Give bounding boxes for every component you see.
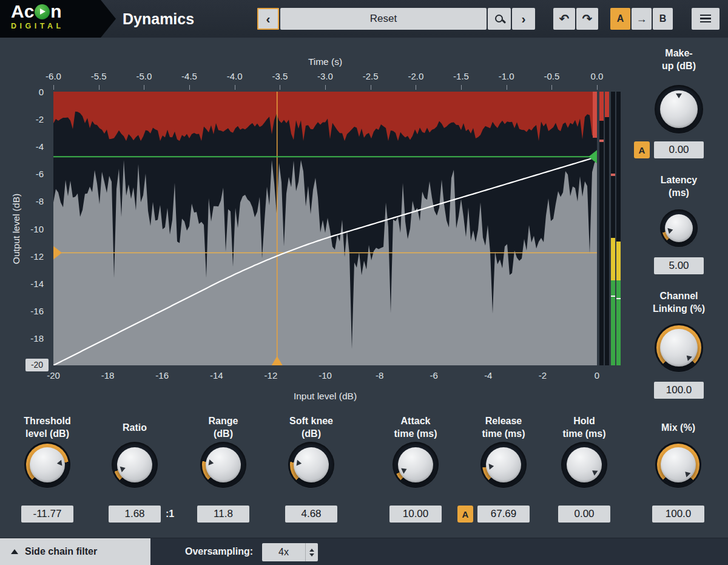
value-attack[interactable]: 10.00 (389, 506, 442, 523)
output-tick-label: -4 (36, 141, 44, 152)
time-tick-label: -2.0 (408, 71, 423, 81)
knob-softknee[interactable] (288, 442, 334, 488)
side-chain-filter-button[interactable]: Side chain filter (0, 538, 150, 565)
value-latency[interactable]: 5.00 (654, 257, 704, 274)
output-tick-label: -14 (30, 278, 44, 288)
value-row-release: A67.69 (477, 506, 530, 523)
preset-next-button[interactable]: › (512, 8, 535, 30)
value-release[interactable]: 67.69 (477, 506, 530, 523)
time-tick-mark (461, 85, 462, 90)
input-tick-label: 0 (595, 370, 599, 381)
time-axis-title: Time (s) (308, 56, 342, 67)
gain-reduction-waveform (53, 92, 597, 141)
value-row-linking: 100.0 (654, 382, 704, 399)
time-tick-mark (235, 85, 235, 90)
unit-suffix-ratio: :1 (166, 506, 174, 523)
time-tick-mark (144, 85, 144, 90)
value-hold[interactable]: 0.00 (558, 506, 610, 523)
param-label-mix: Mix (%) (661, 413, 695, 442)
output-level-handle[interactable] (588, 150, 597, 163)
ab-copy-button[interactable]: → (632, 8, 652, 30)
time-tick-mark (507, 85, 507, 90)
value-ratio[interactable]: 1.68 (109, 506, 161, 523)
preset-search-button[interactable] (488, 8, 511, 30)
ab-compare-a-button[interactable]: A (610, 8, 630, 30)
preset-prev-button[interactable]: ‹ (257, 8, 279, 30)
stepper-up-icon (309, 549, 314, 552)
output-tick-label: -12 (30, 251, 44, 261)
knob-pointer (660, 90, 698, 128)
param-hold: Hold time (ms)0.00 (539, 413, 630, 523)
knob-pointer (652, 321, 706, 374)
param-label-ratio: Ratio (123, 413, 147, 442)
preset-name-field[interactable]: Reset (280, 8, 487, 30)
time-tick-label: -1.0 (499, 71, 514, 81)
param-range: Range (dB)11.8 (178, 413, 269, 523)
time-tick-label: 0.0 (591, 71, 604, 81)
time-tick-label: -0.5 (544, 71, 559, 81)
oversampling-stepper[interactable] (305, 543, 318, 561)
knob-release[interactable] (480, 442, 527, 488)
time-tick-label: -4.0 (227, 71, 243, 81)
dynamics-plot[interactable] (53, 92, 597, 365)
param-mix: Mix (%)100.0 (633, 413, 724, 523)
gr-meter-bar-right (605, 92, 609, 365)
redo-icon: ↷ (582, 12, 593, 26)
knob-pointer (484, 445, 524, 485)
menu-icon (700, 15, 711, 23)
knob-latency[interactable] (660, 209, 698, 247)
auto-button-release[interactable]: A (457, 506, 473, 523)
value-range[interactable]: 11.8 (197, 506, 249, 523)
value-softknee[interactable]: 4.68 (285, 506, 337, 523)
oversampling-select[interactable]: 4x (262, 543, 318, 561)
gr-peak-marker (599, 140, 604, 142)
knob-attack[interactable] (393, 442, 439, 488)
gr-meter-bar-left (599, 92, 604, 365)
knob-range[interactable] (200, 442, 246, 488)
oversampling-value: 4x (262, 547, 305, 558)
knob-hold[interactable] (561, 442, 607, 488)
redo-button[interactable]: ↷ (576, 8, 598, 30)
input-waveform (53, 160, 597, 365)
knob-threshold[interactable] (24, 442, 70, 488)
knob-ratio[interactable] (112, 442, 158, 488)
knob-pointer (291, 445, 331, 485)
param-attack: Attack time (ms)10.00 (370, 413, 461, 523)
knob-makeup[interactable] (655, 85, 703, 134)
knob-mix[interactable] (655, 442, 701, 488)
param-makeup: Make- up (dB)A0.00 (631, 46, 727, 158)
value-row-mix: 100.0 (652, 506, 704, 523)
output-tick-label: -10 (30, 223, 44, 234)
undo-button[interactable]: ↶ (553, 8, 575, 30)
knob-linking[interactable] (655, 323, 703, 372)
gr-meter-fill-right (605, 92, 609, 117)
value-row-range: 11.8 (197, 506, 249, 523)
param-ratio: Ratio1.68:1 (89, 413, 180, 523)
gain-reduction-current-bar (593, 92, 597, 138)
value-linking[interactable]: 100.0 (654, 382, 704, 399)
menu-button[interactable] (692, 8, 720, 30)
stepper-down-icon (309, 553, 314, 557)
time-tick-label: -6.0 (46, 71, 61, 81)
input-tick-label: -20 (47, 370, 60, 381)
ab-compare-b-button[interactable]: B (653, 8, 673, 30)
knob-pointer (27, 445, 67, 485)
output-axis-ticks: 0-2-4-6-8-10-12-14-16-18 (0, 92, 49, 365)
auto-button-makeup[interactable]: A (634, 141, 650, 158)
time-tick-label: -5.0 (136, 71, 152, 81)
output-tick-label: -16 (30, 305, 44, 316)
side-chain-filter-label: Side chain filter (25, 546, 97, 557)
param-label-latency: Latency (ms) (661, 173, 697, 200)
value-mix[interactable]: 100.0 (652, 506, 704, 523)
param-label-attack: Attack time (ms) (394, 413, 437, 442)
input-tick-label: -18 (101, 370, 115, 381)
chevron-right-icon: › (522, 12, 526, 26)
input-tick-label: -6 (430, 370, 438, 381)
param-linking: Channel Linking (%)100.0 (631, 289, 727, 399)
value-makeup[interactable]: 0.00 (654, 141, 704, 158)
value-threshold[interactable]: -11.77 (21, 506, 73, 523)
top-bar: Ac n DIGITAL Dynamics ‹ Reset › ↶ ↷ A → … (0, 0, 728, 38)
param-softknee: Soft knee (dB)4.68 (266, 413, 357, 523)
acon-digital-logo: Ac n DIGITAL (0, 0, 116, 38)
collapse-up-icon (11, 549, 18, 554)
